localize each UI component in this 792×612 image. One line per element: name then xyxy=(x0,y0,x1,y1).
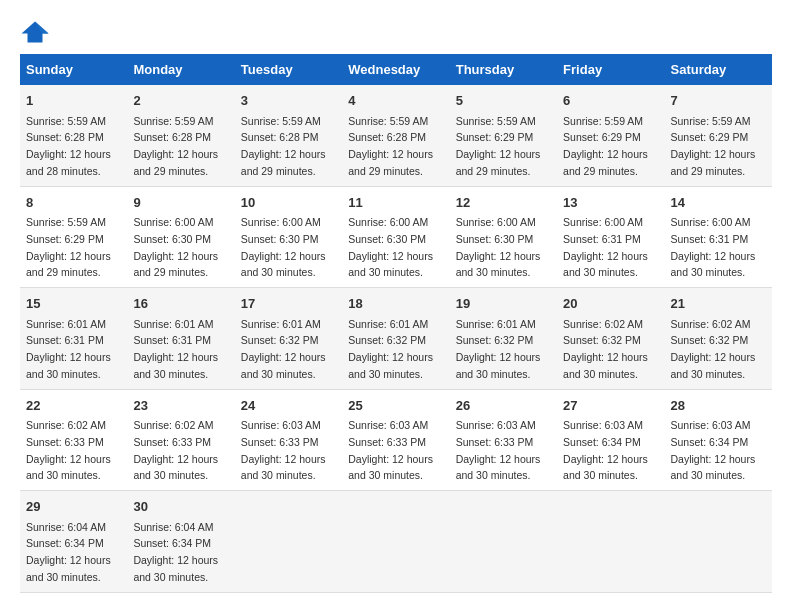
day-cell: 7 Sunrise: 5:59 AMSunset: 6:29 PMDayligh… xyxy=(665,85,772,186)
logo xyxy=(20,20,54,44)
header-row: SundayMondayTuesdayWednesdayThursdayFrid… xyxy=(20,54,772,85)
column-header-wednesday: Wednesday xyxy=(342,54,449,85)
day-cell: 21 Sunrise: 6:02 AMSunset: 6:32 PMDaylig… xyxy=(665,288,772,390)
column-header-tuesday: Tuesday xyxy=(235,54,342,85)
day-number: 21 xyxy=(671,294,766,314)
column-header-thursday: Thursday xyxy=(450,54,557,85)
day-info: Sunrise: 6:00 AMSunset: 6:30 PMDaylight:… xyxy=(241,216,326,278)
day-number: 2 xyxy=(133,91,228,111)
day-cell: 8 Sunrise: 5:59 AMSunset: 6:29 PMDayligh… xyxy=(20,186,127,288)
day-number: 3 xyxy=(241,91,336,111)
day-info: Sunrise: 6:01 AMSunset: 6:32 PMDaylight:… xyxy=(241,318,326,380)
day-cell: 19 Sunrise: 6:01 AMSunset: 6:32 PMDaylig… xyxy=(450,288,557,390)
day-number: 15 xyxy=(26,294,121,314)
day-cell xyxy=(665,491,772,593)
day-info: Sunrise: 6:00 AMSunset: 6:30 PMDaylight:… xyxy=(456,216,541,278)
day-number: 27 xyxy=(563,396,658,416)
column-header-friday: Friday xyxy=(557,54,664,85)
day-info: Sunrise: 6:03 AMSunset: 6:33 PMDaylight:… xyxy=(456,419,541,481)
column-header-monday: Monday xyxy=(127,54,234,85)
day-cell: 24 Sunrise: 6:03 AMSunset: 6:33 PMDaylig… xyxy=(235,389,342,491)
day-info: Sunrise: 6:04 AMSunset: 6:34 PMDaylight:… xyxy=(26,521,111,583)
day-info: Sunrise: 6:03 AMSunset: 6:34 PMDaylight:… xyxy=(671,419,756,481)
day-info: Sunrise: 6:03 AMSunset: 6:33 PMDaylight:… xyxy=(348,419,433,481)
day-number: 22 xyxy=(26,396,121,416)
day-cell: 11 Sunrise: 6:00 AMSunset: 6:30 PMDaylig… xyxy=(342,186,449,288)
day-number: 1 xyxy=(26,91,121,111)
day-info: Sunrise: 5:59 AMSunset: 6:28 PMDaylight:… xyxy=(241,115,326,177)
day-info: Sunrise: 6:03 AMSunset: 6:34 PMDaylight:… xyxy=(563,419,648,481)
day-number: 25 xyxy=(348,396,443,416)
day-number: 13 xyxy=(563,193,658,213)
day-number: 26 xyxy=(456,396,551,416)
day-number: 19 xyxy=(456,294,551,314)
day-cell: 4 Sunrise: 5:59 AMSunset: 6:28 PMDayligh… xyxy=(342,85,449,186)
day-cell: 16 Sunrise: 6:01 AMSunset: 6:31 PMDaylig… xyxy=(127,288,234,390)
day-cell: 28 Sunrise: 6:03 AMSunset: 6:34 PMDaylig… xyxy=(665,389,772,491)
day-cell: 29 Sunrise: 6:04 AMSunset: 6:34 PMDaylig… xyxy=(20,491,127,593)
day-cell: 27 Sunrise: 6:03 AMSunset: 6:34 PMDaylig… xyxy=(557,389,664,491)
day-cell: 13 Sunrise: 6:00 AMSunset: 6:31 PMDaylig… xyxy=(557,186,664,288)
day-info: Sunrise: 6:01 AMSunset: 6:32 PMDaylight:… xyxy=(348,318,433,380)
day-cell: 3 Sunrise: 5:59 AMSunset: 6:28 PMDayligh… xyxy=(235,85,342,186)
day-info: Sunrise: 6:03 AMSunset: 6:33 PMDaylight:… xyxy=(241,419,326,481)
day-number: 24 xyxy=(241,396,336,416)
day-number: 23 xyxy=(133,396,228,416)
day-info: Sunrise: 6:00 AMSunset: 6:31 PMDaylight:… xyxy=(563,216,648,278)
day-info: Sunrise: 5:59 AMSunset: 6:29 PMDaylight:… xyxy=(563,115,648,177)
day-cell: 10 Sunrise: 6:00 AMSunset: 6:30 PMDaylig… xyxy=(235,186,342,288)
day-number: 5 xyxy=(456,91,551,111)
day-cell: 20 Sunrise: 6:02 AMSunset: 6:32 PMDaylig… xyxy=(557,288,664,390)
day-cell xyxy=(450,491,557,593)
day-info: Sunrise: 6:01 AMSunset: 6:32 PMDaylight:… xyxy=(456,318,541,380)
day-number: 8 xyxy=(26,193,121,213)
day-info: Sunrise: 6:02 AMSunset: 6:32 PMDaylight:… xyxy=(671,318,756,380)
day-cell: 18 Sunrise: 6:01 AMSunset: 6:32 PMDaylig… xyxy=(342,288,449,390)
day-cell: 23 Sunrise: 6:02 AMSunset: 6:33 PMDaylig… xyxy=(127,389,234,491)
day-cell: 6 Sunrise: 5:59 AMSunset: 6:29 PMDayligh… xyxy=(557,85,664,186)
day-number: 6 xyxy=(563,91,658,111)
header xyxy=(20,20,772,44)
week-row-5: 29 Sunrise: 6:04 AMSunset: 6:34 PMDaylig… xyxy=(20,491,772,593)
day-info: Sunrise: 5:59 AMSunset: 6:29 PMDaylight:… xyxy=(671,115,756,177)
day-cell: 14 Sunrise: 6:00 AMSunset: 6:31 PMDaylig… xyxy=(665,186,772,288)
day-number: 14 xyxy=(671,193,766,213)
day-cell: 2 Sunrise: 5:59 AMSunset: 6:28 PMDayligh… xyxy=(127,85,234,186)
day-cell: 5 Sunrise: 5:59 AMSunset: 6:29 PMDayligh… xyxy=(450,85,557,186)
week-row-3: 15 Sunrise: 6:01 AMSunset: 6:31 PMDaylig… xyxy=(20,288,772,390)
day-number: 28 xyxy=(671,396,766,416)
day-number: 16 xyxy=(133,294,228,314)
day-cell xyxy=(557,491,664,593)
day-info: Sunrise: 6:01 AMSunset: 6:31 PMDaylight:… xyxy=(26,318,111,380)
day-number: 17 xyxy=(241,294,336,314)
day-number: 12 xyxy=(456,193,551,213)
day-info: Sunrise: 6:00 AMSunset: 6:30 PMDaylight:… xyxy=(348,216,433,278)
day-info: Sunrise: 5:59 AMSunset: 6:28 PMDaylight:… xyxy=(348,115,433,177)
day-number: 11 xyxy=(348,193,443,213)
day-cell: 26 Sunrise: 6:03 AMSunset: 6:33 PMDaylig… xyxy=(450,389,557,491)
day-info: Sunrise: 6:02 AMSunset: 6:32 PMDaylight:… xyxy=(563,318,648,380)
day-cell: 22 Sunrise: 6:02 AMSunset: 6:33 PMDaylig… xyxy=(20,389,127,491)
day-number: 7 xyxy=(671,91,766,111)
day-info: Sunrise: 6:02 AMSunset: 6:33 PMDaylight:… xyxy=(133,419,218,481)
day-cell: 9 Sunrise: 6:00 AMSunset: 6:30 PMDayligh… xyxy=(127,186,234,288)
day-info: Sunrise: 6:02 AMSunset: 6:33 PMDaylight:… xyxy=(26,419,111,481)
day-number: 10 xyxy=(241,193,336,213)
day-info: Sunrise: 5:59 AMSunset: 6:28 PMDaylight:… xyxy=(133,115,218,177)
day-number: 9 xyxy=(133,193,228,213)
day-cell xyxy=(342,491,449,593)
day-cell: 30 Sunrise: 6:04 AMSunset: 6:34 PMDaylig… xyxy=(127,491,234,593)
day-cell xyxy=(235,491,342,593)
day-cell: 1 Sunrise: 5:59 AMSunset: 6:28 PMDayligh… xyxy=(20,85,127,186)
day-info: Sunrise: 6:00 AMSunset: 6:31 PMDaylight:… xyxy=(671,216,756,278)
day-number: 18 xyxy=(348,294,443,314)
week-row-2: 8 Sunrise: 5:59 AMSunset: 6:29 PMDayligh… xyxy=(20,186,772,288)
day-cell: 25 Sunrise: 6:03 AMSunset: 6:33 PMDaylig… xyxy=(342,389,449,491)
week-row-1: 1 Sunrise: 5:59 AMSunset: 6:28 PMDayligh… xyxy=(20,85,772,186)
day-info: Sunrise: 6:01 AMSunset: 6:31 PMDaylight:… xyxy=(133,318,218,380)
day-number: 4 xyxy=(348,91,443,111)
day-number: 20 xyxy=(563,294,658,314)
day-number: 30 xyxy=(133,497,228,517)
day-info: Sunrise: 5:59 AMSunset: 6:29 PMDaylight:… xyxy=(456,115,541,177)
column-header-sunday: Sunday xyxy=(20,54,127,85)
